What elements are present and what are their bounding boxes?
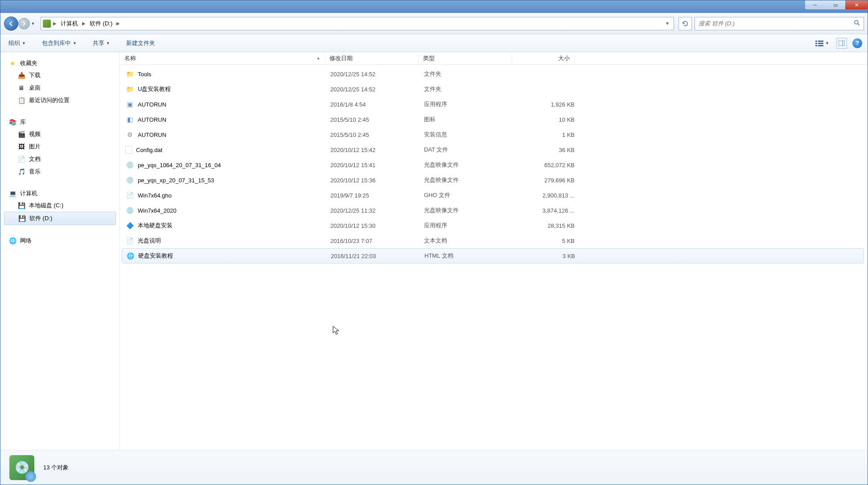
refresh-button[interactable] — [679, 17, 692, 30]
favorites-group: ★ 收藏夹 📥 下载 🖥 桌面 📋 最近访问的位置 — [0, 58, 119, 107]
file-size: 3 KB — [518, 253, 580, 259]
file-name-cell: 💿pe_yqs_xp_20_07_31_15_53 — [125, 176, 330, 185]
libraries-header[interactable]: 📚 库 — [0, 116, 119, 128]
nav-desktop[interactable]: 🖥 桌面 — [0, 82, 119, 94]
address-dropdown[interactable]: ▼ — [663, 21, 672, 26]
favorites-header[interactable]: ★ 收藏夹 — [0, 58, 119, 69]
share-label: 共享 — [93, 39, 104, 47]
column-type[interactable]: 类型 — [419, 52, 512, 64]
svg-rect-3 — [818, 41, 823, 42]
minimize-button[interactable]: ─ — [805, 0, 825, 9]
help-button[interactable]: ? — [852, 38, 862, 48]
preview-pane-button[interactable] — [836, 38, 847, 49]
nav-documents[interactable]: 📄 文档 — [0, 153, 119, 165]
file-name-cell: 📄Win7x64.gho — [125, 191, 330, 200]
col-name-label: 名称 — [124, 54, 136, 62]
file-type: 应用程序 — [424, 222, 518, 230]
search-icon[interactable] — [854, 20, 860, 27]
file-row[interactable]: 📄光盘说明2016/10/23 7:07文本文档5 KB — [120, 233, 868, 248]
downloads-icon: 📥 — [17, 71, 25, 79]
sort-ascending-icon: ▲ — [317, 56, 320, 60]
libraries-group: 📚 库 🎬 视频 🖼 图片 📄 文档 🎵 音乐 — [0, 116, 119, 178]
nav-videos[interactable]: 🎬 视频 — [0, 128, 119, 140]
file-row[interactable]: 📁Tools2020/12/25 14:52文件夹 — [120, 66, 868, 82]
drive-icon: 💾 — [17, 201, 25, 210]
nav-downloads[interactable]: 📥 下载 — [0, 69, 119, 82]
nav-drive-d[interactable]: 💾 软件 (D:) — [4, 212, 116, 225]
organize-label: 组织 — [8, 39, 20, 47]
network-header[interactable]: 🌐 网络 — [0, 235, 119, 247]
search-box[interactable] — [695, 17, 864, 30]
titlebar[interactable]: ─ ▭ ✕ — [0, 0, 868, 13]
disc-image-icon: 💿 — [125, 160, 134, 169]
breadcrumb-computer[interactable]: 计算机 — [59, 19, 80, 29]
svg-rect-6 — [815, 45, 817, 46]
file-row[interactable]: ⚙AUTORUN2015/5/10 2:45安装信息1 KB — [120, 127, 868, 142]
file-row[interactable]: ◧AUTORUN2015/5/10 2:45图标10 KB — [120, 112, 868, 127]
breadcrumb-separator-icon[interactable]: ▶ — [81, 21, 87, 26]
file-row[interactable]: 📄Win7x64.gho2019/9/7 19:25GHO 文件2,900,81… — [120, 188, 868, 203]
col-type-label: 类型 — [423, 54, 435, 62]
include-in-library-menu[interactable]: 包含到库中 ▼ — [39, 37, 79, 49]
star-icon: ★ — [8, 59, 16, 67]
nav-drive-c[interactable]: 💾 本地磁盘 (C:) — [0, 199, 119, 212]
file-row[interactable]: Config.dat2020/10/12 15:42DAT 文件36 KB — [120, 142, 868, 157]
back-button[interactable] — [4, 16, 18, 31]
file-row[interactable]: 📁U盘安装教程2020/12/25 14:52文件夹 — [120, 82, 868, 97]
pictures-label: 图片 — [29, 143, 41, 151]
documents-label: 文档 — [29, 155, 41, 163]
svg-rect-7 — [818, 45, 823, 46]
chevron-down-icon: ▼ — [22, 41, 26, 45]
file-name: AUTORUN — [138, 132, 166, 138]
address-bar[interactable]: ▶ 计算机 ▶ 软件 (D:) ▶ ▼ — [41, 17, 674, 30]
toolbar-right: ▼ ? — [814, 38, 862, 49]
maximize-button[interactable]: ▭ — [825, 0, 845, 9]
file-name: Win7x64.gho — [138, 192, 172, 199]
downloads-label: 下载 — [29, 71, 41, 79]
file-size: 2,900,813 ... — [518, 192, 580, 199]
organize-menu[interactable]: 组织 ▼ — [6, 37, 29, 49]
preview-pane-icon — [839, 41, 845, 46]
nav-history-dropdown[interactable]: ▼ — [30, 19, 36, 28]
nav-music[interactable]: 🎵 音乐 — [0, 165, 119, 178]
search-input[interactable] — [699, 20, 854, 27]
nav-recent[interactable]: 📋 最近访问的位置 — [0, 94, 119, 107]
file-size: 10 KB — [518, 116, 580, 123]
folder-icon: 📁 — [125, 85, 134, 94]
close-button[interactable]: ✕ — [845, 0, 868, 9]
pictures-icon: 🖼 — [17, 143, 25, 151]
file-size: 1,926 KB — [518, 101, 580, 108]
file-name: Win7x64_2020 — [138, 207, 177, 214]
file-row[interactable]: ▣AUTORUN2016/1/8 4:54应用程序1,926 KB — [120, 97, 868, 112]
file-row[interactable]: 🔷本地硬盘安装2020/10/12 15:30应用程序28,315 KB — [120, 218, 868, 233]
refresh-icon — [682, 21, 688, 27]
new-folder-button[interactable]: 新建文件夹 — [123, 37, 158, 49]
file-name-cell: ⚙AUTORUN — [125, 130, 330, 139]
file-row[interactable]: 💿pe_yqs_1064_20_07_31_16_042020/10/12 15… — [120, 157, 868, 173]
column-name[interactable]: 名称 ▲ — [120, 52, 325, 64]
svg-rect-4 — [815, 43, 817, 44]
breadcrumb-separator-icon[interactable]: ▶ — [115, 21, 121, 26]
file-row[interactable]: 💿Win7x64_20202020/12/25 11:32光盘映像文件3,874… — [120, 203, 868, 218]
videos-icon: 🎬 — [17, 130, 25, 138]
nav-pictures[interactable]: 🖼 图片 — [0, 140, 119, 153]
column-date[interactable]: 修改日期 — [325, 52, 419, 64]
libraries-label: 库 — [20, 118, 26, 126]
share-menu[interactable]: 共享 ▼ — [90, 37, 113, 49]
forward-button[interactable] — [18, 18, 30, 29]
file-list[interactable]: 📁Tools2020/12/25 14:52文件夹📁U盘安装教程2020/12/… — [120, 65, 868, 450]
file-row[interactable]: 💿pe_yqs_xp_20_07_31_15_532020/10/12 15:3… — [120, 173, 868, 188]
file-date: 2016/11/21 22:03 — [331, 253, 424, 259]
navigation-pane: ★ 收藏夹 📥 下载 🖥 桌面 📋 最近访问的位置 📚 — [0, 52, 120, 450]
column-size[interactable]: 大小 — [512, 52, 575, 64]
svg-point-0 — [855, 21, 858, 24]
breadcrumb-separator-icon[interactable]: ▶ — [52, 21, 58, 26]
file-type: DAT 文件 — [424, 146, 518, 154]
status-bar: 💿 13 个对象 — [0, 450, 868, 485]
file-name-cell: 📁Tools — [125, 70, 330, 78]
file-row[interactable]: 🌐硬盘安装教程2016/11/21 22:03HTML 文档3 KB — [122, 248, 864, 263]
explorer-window: ─ ▭ ✕ ▼ ▶ 计算机 ▶ 软件 (D:) ▶ ▼ — [0, 0, 868, 485]
view-mode-button[interactable]: ▼ — [814, 38, 831, 48]
computer-header[interactable]: 💻 计算机 — [0, 188, 119, 199]
breadcrumb-drive[interactable]: 软件 (D:) — [88, 19, 114, 29]
